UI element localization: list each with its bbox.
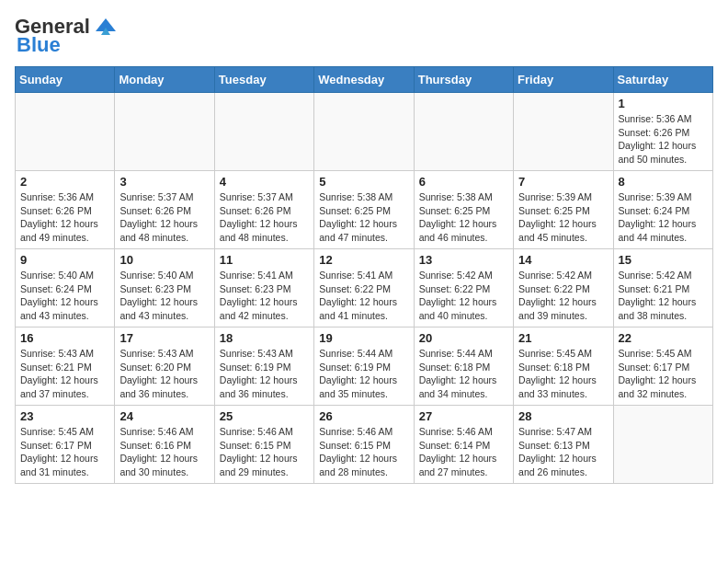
weekday-header-row: SundayMondayTuesdayWednesdayThursdayFrid…	[16, 67, 713, 93]
calendar-cell: 18Sunrise: 5:43 AM Sunset: 6:19 PM Dayli…	[214, 327, 313, 406]
calendar-cell: 9Sunrise: 5:40 AM Sunset: 6:24 PM Daylig…	[16, 249, 115, 327]
day-number: 20	[419, 331, 508, 345]
day-info: Sunrise: 5:42 AM Sunset: 6:22 PM Dayligh…	[419, 269, 508, 323]
calendar: SundayMondayTuesdayWednesdayThursdayFrid…	[15, 66, 713, 484]
day-number: 25	[220, 409, 309, 423]
weekday-header: Friday	[514, 67, 613, 93]
calendar-cell: 13Sunrise: 5:42 AM Sunset: 6:22 PM Dayli…	[414, 249, 513, 327]
day-info: Sunrise: 5:44 AM Sunset: 6:19 PM Dayligh…	[319, 347, 408, 401]
weekday-header: Sunday	[16, 67, 115, 93]
day-number: 19	[319, 331, 408, 345]
calendar-cell	[16, 93, 115, 171]
calendar-week-row: 2Sunrise: 5:36 AM Sunset: 6:26 PM Daylig…	[16, 171, 713, 249]
day-number: 13	[419, 253, 508, 267]
weekday-header: Thursday	[414, 67, 513, 93]
day-info: Sunrise: 5:41 AM Sunset: 6:22 PM Dayligh…	[319, 269, 408, 323]
day-info: Sunrise: 5:41 AM Sunset: 6:23 PM Dayligh…	[220, 269, 309, 323]
weekday-header: Saturday	[613, 67, 712, 93]
calendar-cell: 4Sunrise: 5:37 AM Sunset: 6:26 PM Daylig…	[214, 171, 313, 249]
day-number: 12	[319, 253, 408, 267]
day-info: Sunrise: 5:43 AM Sunset: 6:21 PM Dayligh…	[20, 347, 109, 401]
calendar-cell	[314, 93, 414, 171]
day-info: Sunrise: 5:40 AM Sunset: 6:24 PM Dayligh…	[20, 269, 109, 323]
calendar-cell: 27Sunrise: 5:46 AM Sunset: 6:14 PM Dayli…	[414, 406, 513, 484]
day-info: Sunrise: 5:45 AM Sunset: 6:18 PM Dayligh…	[518, 347, 608, 401]
day-info: Sunrise: 5:45 AM Sunset: 6:17 PM Dayligh…	[619, 347, 708, 401]
logo-icon	[94, 17, 118, 35]
day-number: 11	[220, 253, 309, 267]
day-info: Sunrise: 5:47 AM Sunset: 6:13 PM Dayligh…	[518, 425, 608, 479]
calendar-cell: 5Sunrise: 5:38 AM Sunset: 6:25 PM Daylig…	[314, 171, 414, 249]
day-number: 17	[119, 331, 209, 345]
day-number: 21	[518, 331, 608, 345]
day-info: Sunrise: 5:38 AM Sunset: 6:25 PM Dayligh…	[419, 190, 508, 245]
calendar-cell: 17Sunrise: 5:43 AM Sunset: 6:20 PM Dayli…	[115, 327, 214, 406]
calendar-cell: 28Sunrise: 5:47 AM Sunset: 6:13 PM Dayli…	[514, 406, 613, 484]
calendar-cell	[514, 93, 613, 171]
calendar-week-row: 16Sunrise: 5:43 AM Sunset: 6:21 PM Dayli…	[16, 327, 713, 406]
day-number: 2	[20, 175, 109, 189]
day-info: Sunrise: 5:43 AM Sunset: 6:20 PM Dayligh…	[119, 347, 209, 401]
calendar-cell	[414, 93, 513, 171]
calendar-cell: 23Sunrise: 5:45 AM Sunset: 6:17 PM Dayli…	[16, 406, 115, 484]
day-number: 5	[319, 175, 408, 189]
day-info: Sunrise: 5:46 AM Sunset: 6:16 PM Dayligh…	[119, 425, 209, 479]
logo: General Blue	[15, 15, 118, 57]
day-info: Sunrise: 5:39 AM Sunset: 6:25 PM Dayligh…	[518, 190, 608, 245]
calendar-cell: 11Sunrise: 5:41 AM Sunset: 6:23 PM Dayli…	[214, 249, 313, 327]
weekday-header: Wednesday	[314, 67, 414, 93]
calendar-cell: 25Sunrise: 5:46 AM Sunset: 6:15 PM Dayli…	[214, 406, 313, 484]
day-number: 16	[20, 331, 109, 345]
logo-blue: Blue	[17, 33, 61, 57]
day-info: Sunrise: 5:42 AM Sunset: 6:21 PM Dayligh…	[619, 269, 708, 323]
calendar-cell: 6Sunrise: 5:38 AM Sunset: 6:25 PM Daylig…	[414, 171, 513, 249]
day-number: 4	[220, 175, 309, 189]
calendar-cell: 3Sunrise: 5:37 AM Sunset: 6:26 PM Daylig…	[115, 171, 214, 249]
day-info: Sunrise: 5:40 AM Sunset: 6:23 PM Dayligh…	[119, 269, 209, 323]
calendar-cell: 22Sunrise: 5:45 AM Sunset: 6:17 PM Dayli…	[613, 327, 712, 406]
calendar-week-row: 23Sunrise: 5:45 AM Sunset: 6:17 PM Dayli…	[16, 406, 713, 484]
day-info: Sunrise: 5:46 AM Sunset: 6:14 PM Dayligh…	[419, 425, 508, 479]
day-number: 15	[619, 253, 708, 267]
day-number: 7	[518, 175, 608, 189]
calendar-week-row: 1Sunrise: 5:36 AM Sunset: 6:26 PM Daylig…	[16, 93, 713, 171]
calendar-cell	[115, 93, 214, 171]
day-number: 18	[220, 331, 309, 345]
calendar-cell: 16Sunrise: 5:43 AM Sunset: 6:21 PM Dayli…	[16, 327, 115, 406]
day-number: 23	[20, 409, 109, 423]
day-number: 10	[119, 253, 209, 267]
day-info: Sunrise: 5:38 AM Sunset: 6:25 PM Dayligh…	[319, 190, 408, 245]
day-info: Sunrise: 5:42 AM Sunset: 6:22 PM Dayligh…	[518, 269, 608, 323]
day-number: 1	[619, 97, 708, 110]
day-number: 8	[619, 175, 708, 189]
day-info: Sunrise: 5:45 AM Sunset: 6:17 PM Dayligh…	[20, 425, 109, 479]
weekday-header: Monday	[115, 67, 214, 93]
day-number: 14	[518, 253, 608, 267]
day-number: 6	[419, 175, 508, 189]
day-number: 27	[419, 409, 508, 423]
day-info: Sunrise: 5:46 AM Sunset: 6:15 PM Dayligh…	[319, 425, 408, 479]
day-info: Sunrise: 5:36 AM Sunset: 6:26 PM Dayligh…	[619, 112, 708, 167]
calendar-cell: 19Sunrise: 5:44 AM Sunset: 6:19 PM Dayli…	[314, 327, 414, 406]
day-info: Sunrise: 5:44 AM Sunset: 6:18 PM Dayligh…	[419, 347, 508, 401]
day-number: 9	[20, 253, 109, 267]
day-number: 28	[518, 409, 608, 423]
page-header: General Blue	[15, 15, 713, 57]
calendar-cell: 26Sunrise: 5:46 AM Sunset: 6:15 PM Dayli…	[314, 406, 414, 484]
day-info: Sunrise: 5:39 AM Sunset: 6:24 PM Dayligh…	[619, 190, 708, 245]
calendar-cell: 15Sunrise: 5:42 AM Sunset: 6:21 PM Dayli…	[613, 249, 712, 327]
calendar-cell: 20Sunrise: 5:44 AM Sunset: 6:18 PM Dayli…	[414, 327, 513, 406]
calendar-cell: 10Sunrise: 5:40 AM Sunset: 6:23 PM Dayli…	[115, 249, 214, 327]
calendar-week-row: 9Sunrise: 5:40 AM Sunset: 6:24 PM Daylig…	[16, 249, 713, 327]
day-info: Sunrise: 5:37 AM Sunset: 6:26 PM Dayligh…	[119, 190, 209, 245]
day-info: Sunrise: 5:43 AM Sunset: 6:19 PM Dayligh…	[220, 347, 309, 401]
calendar-cell: 2Sunrise: 5:36 AM Sunset: 6:26 PM Daylig…	[16, 171, 115, 249]
weekday-header: Tuesday	[214, 67, 313, 93]
calendar-cell: 14Sunrise: 5:42 AM Sunset: 6:22 PM Dayli…	[514, 249, 613, 327]
day-number: 22	[619, 331, 708, 345]
calendar-cell	[613, 406, 712, 484]
calendar-cell: 1Sunrise: 5:36 AM Sunset: 6:26 PM Daylig…	[613, 93, 712, 171]
calendar-cell: 21Sunrise: 5:45 AM Sunset: 6:18 PM Dayli…	[514, 327, 613, 406]
day-number: 24	[119, 409, 209, 423]
calendar-cell	[214, 93, 313, 171]
